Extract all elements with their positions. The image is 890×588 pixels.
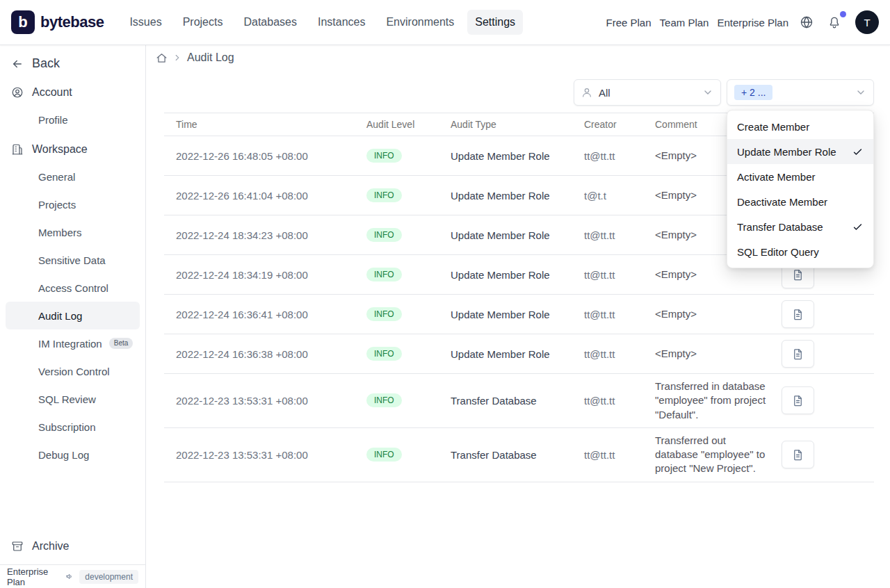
- audit-creator: tt@tt.tt: [584, 269, 655, 281]
- sidebar-item-access-control[interactable]: Access Control: [0, 274, 145, 302]
- audit-type: Transfer Database: [451, 395, 584, 407]
- nav-item-databases[interactable]: Databases: [236, 10, 305, 35]
- user-circle-icon: [11, 86, 24, 99]
- view-audit-detail-button[interactable]: [782, 386, 814, 414]
- audit-creator: tt@tt.tt: [584, 150, 655, 162]
- section-workspace: Workspace: [0, 136, 145, 163]
- document-icon: [791, 348, 804, 361]
- sidebar-item-version-control[interactable]: Version Control: [0, 357, 145, 385]
- menu-item-sql-editor-query[interactable]: SQL Editor Query: [727, 239, 873, 264]
- sidebar-item-debug-log[interactable]: Debug Log: [0, 441, 145, 468]
- audit-level-badge: INFO: [366, 347, 402, 361]
- view-audit-detail-button[interactable]: [782, 340, 814, 368]
- section-account: Account: [0, 79, 145, 106]
- audit-type: Update Member Role: [451, 309, 584, 320]
- main-content: Audit Log All + 2 ... Time Audit Level A…: [146, 45, 890, 588]
- filter-bar: All + 2 ...: [574, 79, 874, 106]
- menu-item-label: Deactivate Member: [737, 196, 827, 208]
- audit-comment: <Empty>: [655, 268, 773, 281]
- audit-level-badge: INFO: [366, 188, 402, 202]
- audit-level-badge: INFO: [366, 149, 402, 163]
- page-title: Audit Log: [187, 51, 234, 64]
- view-audit-detail-button[interactable]: [782, 441, 814, 468]
- check-icon: [852, 221, 864, 233]
- menu-item-update-member-role[interactable]: Update Member Role: [727, 139, 873, 164]
- audit-comment: Transferred out database "employee" to p…: [655, 434, 773, 476]
- archive-label: Archive: [32, 540, 69, 553]
- audit-type: Update Member Role: [451, 150, 584, 162]
- audit-time: 2022-12-24 16:36:38 +08:00: [164, 348, 366, 360]
- col-audit-type: Audit Type: [451, 119, 584, 130]
- creator-filter-select[interactable]: All: [574, 79, 721, 106]
- creator-filter-value: All: [599, 87, 610, 99]
- audit-type: Update Member Role: [451, 348, 584, 360]
- menu-item-deactivate-member[interactable]: Deactivate Member: [727, 189, 873, 214]
- audit-time: 2022-12-24 18:34:23 +08:00: [164, 229, 366, 241]
- chevron-down-icon: [855, 87, 866, 98]
- sidebar-item-sensitive-data[interactable]: Sensitive Data: [0, 246, 145, 274]
- back-label: Back: [32, 56, 60, 71]
- audit-level-badge: INFO: [366, 268, 402, 281]
- audit-type-dropdown-menu: Create Member Update Member Role Activat…: [727, 110, 874, 268]
- notification-dot: [840, 11, 846, 17]
- archive-icon: [11, 540, 24, 553]
- audit-level-badge: INFO: [366, 228, 402, 242]
- audit-time: 2022-12-23 13:53:31 +08:00: [164, 449, 366, 461]
- bytebase-logo[interactable]: b bytebase: [11, 10, 104, 34]
- audit-type: Transfer Database: [451, 449, 584, 461]
- sidebar-item-im-integration[interactable]: IM Integration Beta: [0, 329, 145, 357]
- sidebar-item-audit-log[interactable]: Audit Log: [6, 302, 140, 329]
- section-workspace-label: Workspace: [32, 143, 88, 156]
- speaker-icon[interactable]: [65, 571, 74, 582]
- nav-item-issues[interactable]: Issues: [122, 10, 169, 35]
- notifications-bell-icon[interactable]: [825, 13, 844, 32]
- nav-right-cluster: Free Plan Team Plan Enterprise Plan T: [606, 10, 879, 34]
- sidebar-item-archive[interactable]: Archive: [0, 534, 145, 559]
- main-nav: Issues Projects Databases Instances Envi…: [122, 10, 523, 35]
- audit-time: 2022-12-23 13:53:31 +08:00: [164, 395, 366, 407]
- audit-time: 2022-12-24 18:34:19 +08:00: [164, 269, 366, 281]
- section-account-label: Account: [32, 86, 72, 99]
- sidebar-item-subscription[interactable]: Subscription: [0, 413, 145, 441]
- nav-item-projects[interactable]: Projects: [175, 10, 231, 35]
- audit-type: Update Member Role: [451, 229, 584, 241]
- current-plan-label: Enterprise Plan: [7, 566, 60, 587]
- audit-creator: tt@tt.tt: [584, 395, 655, 407]
- audit-type: Update Member Role: [451, 190, 584, 202]
- menu-item-create-member[interactable]: Create Member: [727, 114, 873, 139]
- menu-item-label: SQL Editor Query: [737, 246, 819, 258]
- menu-item-label: Create Member: [737, 121, 809, 133]
- col-audit-level: Audit Level: [366, 119, 451, 130]
- nav-item-environments[interactable]: Environments: [378, 10, 462, 35]
- menu-item-transfer-database[interactable]: Transfer Database: [727, 214, 873, 239]
- sidebar-item-general[interactable]: General: [0, 163, 145, 190]
- col-creator: Creator: [584, 119, 655, 130]
- sidebar-item-members[interactable]: Members: [0, 218, 145, 246]
- table-row: 2022-12-23 13:53:31 +08:00 INFO Transfer…: [164, 374, 874, 428]
- audit-type: Update Member Role: [451, 269, 584, 281]
- sidebar-item-profile[interactable]: Profile: [0, 106, 145, 133]
- document-icon: [791, 268, 804, 281]
- menu-item-activate-member[interactable]: Activate Member: [727, 164, 873, 189]
- document-icon: [791, 394, 804, 407]
- sidebar-item-projects[interactable]: Projects: [0, 190, 145, 218]
- arrow-left-icon: [11, 58, 24, 70]
- team-plan-link[interactable]: Team Plan: [660, 17, 709, 28]
- avatar[interactable]: T: [855, 10, 879, 34]
- enterprise-plan-link[interactable]: Enterprise Plan: [717, 17, 788, 28]
- audit-type-filter-select[interactable]: + 2 ...: [727, 79, 874, 106]
- language-icon[interactable]: [797, 13, 816, 32]
- chevron-down-icon: [702, 87, 713, 98]
- audit-creator: tt@tt.tt: [584, 229, 655, 241]
- im-integration-label: IM Integration: [38, 338, 102, 350]
- back-button[interactable]: Back: [0, 45, 145, 79]
- free-plan-link[interactable]: Free Plan: [606, 17, 652, 28]
- menu-item-label: Transfer Database: [737, 221, 823, 233]
- view-audit-detail-button[interactable]: [782, 300, 814, 328]
- sidebar-item-sql-review[interactable]: SQL Review: [0, 385, 145, 413]
- nav-item-settings[interactable]: Settings: [467, 10, 523, 35]
- home-icon[interactable]: [156, 52, 168, 64]
- beta-badge: Beta: [109, 338, 134, 349]
- nav-item-instances[interactable]: Instances: [310, 10, 373, 35]
- bytebase-logo-icon: b: [11, 10, 35, 34]
